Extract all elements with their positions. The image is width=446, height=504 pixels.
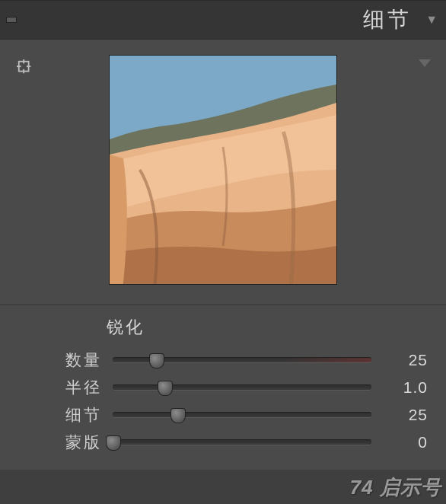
slider-label-radius: 半径 xyxy=(18,377,113,398)
panel-toggle-switch[interactable] xyxy=(6,12,17,27)
slider-thumb-detail[interactable] xyxy=(170,408,186,423)
slider-row-amount: 数量 25 xyxy=(18,346,428,374)
slider-value-amount[interactable]: 25 xyxy=(371,351,428,369)
slider-detail[interactable] xyxy=(113,412,371,418)
slider-amount[interactable] xyxy=(113,357,371,363)
slider-value-masking[interactable]: 0 xyxy=(371,433,428,451)
sharpening-section: 锐化 数量 25 半径 1.0 细节 25 蒙版 xyxy=(0,305,446,470)
slider-radius[interactable] xyxy=(113,384,371,391)
preview-section xyxy=(0,40,446,305)
slider-thumb-amount[interactable] xyxy=(149,353,164,368)
slider-label-amount: 数量 xyxy=(18,349,113,371)
slider-masking[interactable] xyxy=(113,439,371,445)
slider-thumb-masking[interactable] xyxy=(106,435,121,451)
slider-row-detail: 细节 25 xyxy=(18,401,428,429)
slider-value-radius[interactable]: 1.0 xyxy=(371,378,428,397)
panel-header: 细节 ▼ xyxy=(0,0,446,40)
slider-label-detail: 细节 xyxy=(18,404,113,426)
panel-expand-icon[interactable]: ▼ xyxy=(425,13,435,27)
slider-row-masking: 蒙版 0 xyxy=(18,429,428,456)
slider-thumb-radius[interactable] xyxy=(158,381,173,396)
panel-title: 细节 xyxy=(363,5,412,34)
preview-collapse-icon[interactable] xyxy=(419,59,431,67)
detail-preview[interactable] xyxy=(109,55,337,285)
sharpening-title: 锐化 xyxy=(107,316,428,339)
detail-zoom-picker-icon[interactable] xyxy=(17,59,33,76)
slider-value-detail[interactable]: 25 xyxy=(371,406,428,424)
detail-panel: 细节 ▼ xyxy=(0,0,446,504)
slider-row-radius: 半径 1.0 xyxy=(18,374,428,401)
slider-label-masking: 蒙版 xyxy=(18,432,113,453)
